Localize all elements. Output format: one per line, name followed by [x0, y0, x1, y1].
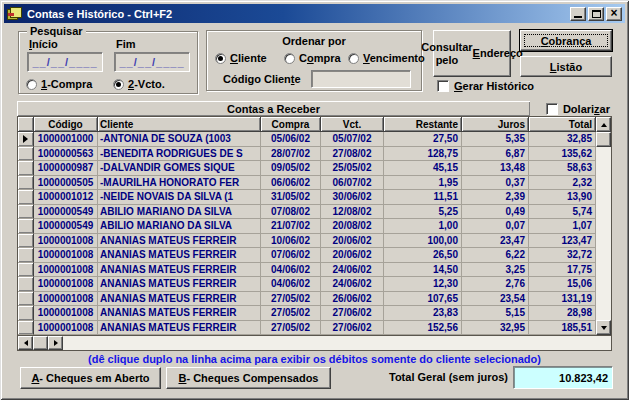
radio-2-vcto[interactable]: 2-Vcto.: [113, 78, 165, 90]
cell[interactable]: 1000000549: [34, 205, 98, 220]
table-row[interactable]: 1000000563-BENEDITA RODRIGUES DE S28/07/…: [18, 147, 596, 162]
cell[interactable]: 131,19: [529, 292, 596, 307]
row-indicator[interactable]: [18, 277, 34, 292]
cell[interactable]: 185,51: [529, 321, 596, 336]
table-row[interactable]: 1000001012-NEIDE NOVAIS DA SILVA (131/05…: [18, 190, 596, 205]
scroll-left-button[interactable]: [18, 336, 33, 350]
cell[interactable]: 23,83: [384, 306, 462, 321]
cell[interactable]: 25/05/02: [321, 161, 384, 176]
cheques-em-aberto-button[interactable]: A - Cheques em Aberto: [20, 367, 161, 389]
cell[interactable]: 06/07/02: [321, 176, 384, 191]
title-bar[interactable]: Contas e Histórico - Ctrl+F2 ×: [4, 4, 625, 23]
vertical-scroll-thumb[interactable]: [596, 132, 611, 147]
cell[interactable]: 32,85: [529, 132, 596, 147]
cell[interactable]: 1000001008: [34, 234, 98, 249]
cell[interactable]: 1000001008: [34, 306, 98, 321]
cell[interactable]: -NEIDE NOVAIS DA SILVA (1: [98, 190, 261, 205]
maximize-button[interactable]: [588, 7, 604, 21]
table-row[interactable]: 1000000987-DALVANDIR GOMES SIQUE09/05/02…: [18, 161, 596, 176]
row-indicator[interactable]: [18, 292, 34, 307]
table-row[interactable]: 1000001000-ANTONIA DE SOUZA (100305/06/0…: [18, 132, 596, 147]
cell[interactable]: 2,39: [462, 190, 529, 205]
cell[interactable]: 28/07/02: [261, 147, 321, 162]
column-header[interactable]: Cliente: [98, 117, 261, 132]
start-date-input[interactable]: __/__/____: [27, 52, 103, 72]
cell[interactable]: 28,98: [529, 306, 596, 321]
scroll-up-button[interactable]: [596, 117, 611, 132]
cell[interactable]: ANANIAS MATEUS FERREIR: [98, 263, 261, 278]
horizontal-scroll-thumb[interactable]: [33, 336, 48, 350]
row-indicator[interactable]: [18, 219, 34, 234]
cell[interactable]: 24/06/02: [321, 277, 384, 292]
cell[interactable]: 1000000563: [34, 147, 98, 162]
cell[interactable]: 12,30: [384, 277, 462, 292]
cell[interactable]: ANANIAS MATEUS FERREIR: [98, 292, 261, 307]
cell[interactable]: 6,22: [462, 248, 529, 263]
scroll-right-button[interactable]: [48, 336, 63, 350]
table-row[interactable]: 1000001008ANANIAS MATEUS FERREIR10/06/02…: [18, 234, 596, 249]
cell[interactable]: 1000001008: [34, 292, 98, 307]
cell[interactable]: 45,15: [384, 161, 462, 176]
cell[interactable]: 31/05/02: [261, 190, 321, 205]
cell[interactable]: 1000000987: [34, 161, 98, 176]
column-header[interactable]: Juros: [462, 117, 529, 132]
cell[interactable]: ABILIO MARIANO DA SILVA: [98, 205, 261, 220]
cell[interactable]: 27/05/02: [261, 321, 321, 336]
horizontal-scrollbar[interactable]: [18, 335, 611, 350]
scroll-down-button[interactable]: [596, 320, 611, 335]
table-row[interactable]: 1000001008ANANIAS MATEUS FERREIR27/05/02…: [18, 321, 596, 336]
cell[interactable]: ABILIO MARIANO DA SILVA: [98, 219, 261, 234]
cell[interactable]: 20/06/02: [321, 234, 384, 249]
cell[interactable]: 100,00: [384, 234, 462, 249]
table-row[interactable]: 1000001008ANANIAS MATEUS FERREIR27/05/02…: [18, 292, 596, 307]
cell[interactable]: 05/07/02: [321, 132, 384, 147]
cell[interactable]: 1000001012: [34, 190, 98, 205]
cell[interactable]: 1000001008: [34, 263, 98, 278]
cell[interactable]: 07/06/02: [261, 248, 321, 263]
listao-button[interactable]: Listão: [520, 56, 612, 77]
cell[interactable]: -DALVANDIR GOMES SIQUE: [98, 161, 261, 176]
cell[interactable]: 1,95: [384, 176, 462, 191]
cell[interactable]: 1,00: [384, 219, 462, 234]
cell[interactable]: 13,90: [529, 190, 596, 205]
cell[interactable]: 32,95: [462, 321, 529, 336]
cell[interactable]: 123,47: [529, 234, 596, 249]
cell[interactable]: 27/06/02: [321, 306, 384, 321]
cell[interactable]: 6,87: [462, 147, 529, 162]
cell[interactable]: 05/06/02: [261, 132, 321, 147]
cell[interactable]: 14,50: [384, 263, 462, 278]
cell[interactable]: 17,75: [529, 263, 596, 278]
table-row[interactable]: 1000001008ANANIAS MATEUS FERREIR04/06/02…: [18, 263, 596, 278]
cell[interactable]: 32,72: [529, 248, 596, 263]
radio-1-compra[interactable]: 1-Compra: [26, 78, 92, 90]
cell[interactable]: ANANIAS MATEUS FERREIR: [98, 306, 261, 321]
cell[interactable]: 27/06/02: [321, 321, 384, 336]
cell[interactable]: 1000001008: [34, 248, 98, 263]
table-row[interactable]: 1000000505-MAURILHA HONORATO FER06/06/02…: [18, 176, 596, 191]
cell[interactable]: 30/06/02: [321, 190, 384, 205]
cell[interactable]: 135,62: [529, 147, 596, 162]
row-indicator[interactable]: [18, 234, 34, 249]
cell[interactable]: 20/08/02: [321, 219, 384, 234]
vertical-scroll-track[interactable]: [596, 147, 611, 320]
row-indicator[interactable]: [18, 176, 34, 191]
cell[interactable]: 1000001000: [34, 132, 98, 147]
cell[interactable]: 1000000505: [34, 176, 98, 191]
cell[interactable]: 11,51: [384, 190, 462, 205]
cell[interactable]: ANANIAS MATEUS FERREIR: [98, 248, 261, 263]
cell[interactable]: 12/08/02: [321, 205, 384, 220]
cell[interactable]: 23,47: [462, 234, 529, 249]
row-indicator[interactable]: [18, 161, 34, 176]
cell[interactable]: 58,63: [529, 161, 596, 176]
cell[interactable]: 128,75: [384, 147, 462, 162]
cell[interactable]: 21/07/02: [261, 219, 321, 234]
cell[interactable]: 3,25: [462, 263, 529, 278]
column-header[interactable]: Código: [34, 117, 98, 132]
cell[interactable]: 04/06/02: [261, 263, 321, 278]
cell[interactable]: 5,15: [462, 306, 529, 321]
dolarizar-checkbox[interactable]: Dolarizar: [530, 101, 612, 116]
table-row[interactable]: 1000000549ABILIO MARIANO DA SILVA07/08/0…: [18, 205, 596, 220]
radio-order-cliente[interactable]: Cliente: [215, 52, 267, 64]
cell[interactable]: 107,65: [384, 292, 462, 307]
row-indicator[interactable]: [18, 306, 34, 321]
